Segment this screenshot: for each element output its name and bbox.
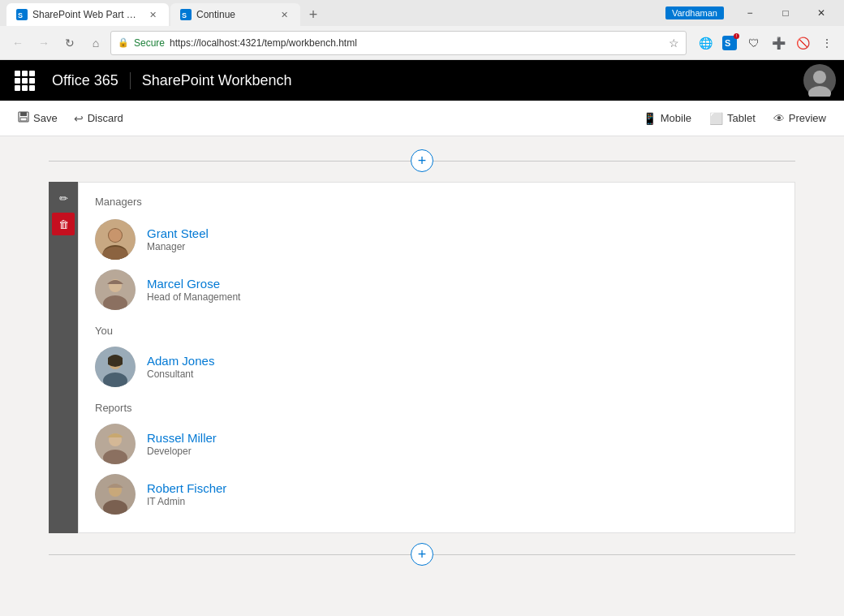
add-line-left xyxy=(49,161,411,162)
person-name-grant[interactable]: Grant Steel xyxy=(147,226,209,240)
person-name-russel[interactable]: Russel Miller xyxy=(147,431,217,445)
add-webpart-row-top: + xyxy=(49,149,795,172)
view-controls: 📱 Mobile ⬜ Tablet 👁 Preview xyxy=(635,107,834,130)
tab-title-1: SharePoint Web Part Wo... xyxy=(32,9,141,20)
extension-shield-icon[interactable]: 🛡 xyxy=(743,32,764,54)
user-avatar[interactable] xyxy=(803,64,836,97)
save-icon xyxy=(18,111,29,125)
webpart-edit-button[interactable]: ✏ xyxy=(52,187,75,209)
back-button[interactable]: ← xyxy=(6,32,29,54)
section-label-reports: Reports xyxy=(95,402,778,414)
minimize-button[interactable]: − xyxy=(734,2,766,24)
add-webpart-button-top[interactable]: + xyxy=(411,149,433,172)
secure-label: Secure xyxy=(134,37,165,49)
svg-point-14 xyxy=(109,229,122,242)
tab-favicon-2: S xyxy=(180,9,192,20)
tablet-icon: ⬜ xyxy=(709,112,723,125)
webpart-org-chart: ✏ 🗑 Managers Grant Steel Ma xyxy=(49,182,795,533)
tablet-button[interactable]: ⬜ Tablet xyxy=(701,107,764,130)
browser-tab-2[interactable]: S Continue ✕ xyxy=(170,3,300,26)
extension-s-icon[interactable]: S ! xyxy=(719,32,740,54)
person-name-robert[interactable]: Robert Fischer xyxy=(147,481,226,495)
webpart-delete-button[interactable]: 🗑 xyxy=(52,213,75,235)
person-info-robert: Robert Fischer IT Admin xyxy=(147,481,226,507)
save-button[interactable]: Save xyxy=(10,106,66,130)
home-button[interactable]: ⌂ xyxy=(84,32,107,54)
discard-button[interactable]: ↩ Discard xyxy=(66,107,131,130)
office365-title: Office 365 xyxy=(41,72,131,89)
tab-favicon-1: S xyxy=(16,9,28,20)
person-title-adam: Consultant xyxy=(147,368,214,380)
svg-text:S: S xyxy=(725,38,730,48)
avatar-russel-miller xyxy=(95,424,136,464)
section-label-you: You xyxy=(95,325,778,337)
discard-icon: ↩ xyxy=(74,112,84,125)
avatar-marcel-grose xyxy=(95,269,136,310)
tab-close-2[interactable]: ✕ xyxy=(278,8,291,21)
avatar-grant-steel xyxy=(95,219,136,260)
avatar-robert-fischer xyxy=(95,474,136,515)
person-row-robert: Robert Fischer IT Admin xyxy=(95,469,778,519)
tab-close-1[interactable]: ✕ xyxy=(146,8,159,21)
workbench-canvas: + ✏ 🗑 Managers xyxy=(0,136,844,616)
person-info-russel: Russel Miller Developer xyxy=(147,431,217,457)
waffle-menu-button[interactable] xyxy=(8,64,41,97)
svg-point-6 xyxy=(813,71,826,84)
person-title-marcel: Head of Management xyxy=(147,291,240,303)
save-label: Save xyxy=(33,112,58,124)
browser-menu-icon[interactable]: ⋮ xyxy=(816,32,838,54)
preview-button[interactable]: 👁 Preview xyxy=(765,107,834,130)
extension-plus-icon[interactable]: ➕ xyxy=(768,32,789,54)
person-info-grant: Grant Steel Manager xyxy=(147,226,209,252)
avatar-adam-jones xyxy=(95,347,136,387)
browser-titlebar: S SharePoint Web Part Wo... ✕ S Continue… xyxy=(0,0,844,26)
add-webpart-row-bottom: + xyxy=(49,543,795,566)
svg-point-7 xyxy=(808,86,831,97)
maximize-button[interactable]: □ xyxy=(769,2,802,24)
add-webpart-button-bottom[interactable]: + xyxy=(411,543,433,566)
extension-block-icon[interactable]: 🚫 xyxy=(792,32,813,54)
webpart-control-bar: ✏ 🗑 xyxy=(49,182,78,533)
person-info-adam: Adam Jones Consultant xyxy=(147,354,214,380)
extension-globe-icon[interactable]: 🌐 xyxy=(695,32,716,54)
window-controls: Vardhaman − □ ✕ xyxy=(665,2,838,24)
add-line-left-bottom xyxy=(49,554,411,555)
svg-rect-10 xyxy=(20,118,27,121)
section-label-managers: Managers xyxy=(95,196,778,208)
forward-button[interactable]: → xyxy=(32,32,55,54)
workbench-toolbar: Save ↩ Discard 📱 Mobile ⬜ Tablet 👁 Previ… xyxy=(0,101,844,136)
mobile-button[interactable]: 📱 Mobile xyxy=(635,107,700,130)
discard-label: Discard xyxy=(88,112,123,124)
webpart-content: Managers Grant Steel Manager xyxy=(78,182,795,533)
person-name-marcel[interactable]: Marcel Grose xyxy=(147,277,240,291)
browser-tab-active[interactable]: S SharePoint Web Part Wo... ✕ xyxy=(6,3,169,26)
bookmark-icon[interactable]: ☆ xyxy=(669,37,679,50)
svg-text:S: S xyxy=(182,11,187,19)
close-button[interactable]: ✕ xyxy=(805,2,838,24)
preview-label: Preview xyxy=(789,112,826,124)
tab-title-2: Continue xyxy=(196,9,273,20)
browser-tabs: S SharePoint Web Part Wo... ✕ S Continue… xyxy=(6,0,325,26)
browser-toolbar: ← → ↻ ⌂ 🔒 Secure https://localhost:4321/… xyxy=(0,26,844,60)
person-title-russel: Developer xyxy=(147,446,217,457)
address-bar[interactable]: 🔒 Secure https://localhost:4321/temp/wor… xyxy=(110,31,687,55)
svg-text:S: S xyxy=(18,11,23,19)
refresh-button[interactable]: ↻ xyxy=(58,32,81,54)
new-tab-button[interactable]: + xyxy=(302,3,325,26)
mobile-icon: 📱 xyxy=(643,112,657,125)
app-header: Office 365 SharePoint Workbench xyxy=(0,60,844,101)
waffle-icon xyxy=(15,71,35,91)
person-row-grant: Grant Steel Manager xyxy=(95,214,778,265)
person-name-adam[interactable]: Adam Jones xyxy=(147,354,214,368)
browser-extensions: 🌐 S ! 🛡 ➕ 🚫 ⋮ xyxy=(695,32,838,54)
add-line-right-bottom xyxy=(433,554,795,555)
mobile-label: Mobile xyxy=(661,112,691,124)
person-row-russel: Russel Miller Developer xyxy=(95,419,778,469)
lock-icon: 🔒 xyxy=(118,37,129,48)
workbench-title: SharePoint Workbench xyxy=(142,72,292,89)
add-line-right xyxy=(433,161,795,162)
svg-rect-9 xyxy=(20,112,27,116)
preview-icon: 👁 xyxy=(773,112,785,125)
person-row-adam: Adam Jones Consultant xyxy=(95,342,778,392)
person-title-robert: IT Admin xyxy=(147,496,226,507)
